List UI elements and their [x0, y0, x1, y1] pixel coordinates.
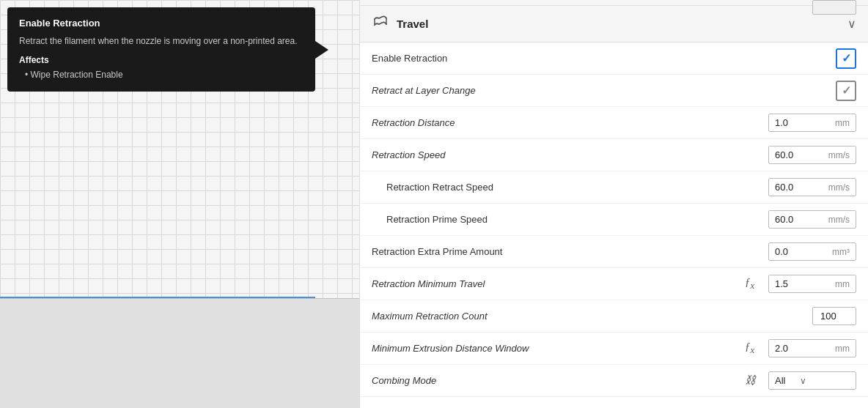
combing-mode-dropdown[interactable]: All ∨	[768, 371, 856, 390]
min-extrusion-unit: mm	[835, 341, 856, 357]
enable-retraction-label: Enable Retraction	[372, 53, 830, 64]
min-travel-input[interactable]: 1.5 mm	[768, 275, 856, 293]
setting-row-combing: Combing Mode ⛓ All ∨	[360, 365, 868, 397]
retraction-speed-input[interactable]: 60.0 mm/s	[768, 146, 856, 164]
retraction-distance-value: 1.0	[769, 114, 835, 131]
settings-list: Enable Retraction ✓ Retract at Layer Cha…	[360, 42, 868, 397]
chevron-down-icon: ∨	[847, 17, 856, 31]
extra-prime-value: 0.0	[769, 243, 832, 260]
min-travel-label: Retraction Minimum Travel	[372, 278, 739, 289]
combing-dropdown-arrow: ∨	[800, 376, 806, 386]
combing-mode-label: Combing Mode	[372, 375, 739, 386]
tooltip-affects-item: Wipe Retraction Enable	[19, 70, 304, 80]
setting-row-extra-prime: Retraction Extra Prime Amount 0.0 mm³	[360, 236, 868, 268]
extra-prime-unit: mm³	[832, 244, 856, 260]
tooltip-title: Enable Retraction	[19, 18, 304, 29]
extra-prime-input[interactable]: 0.0 mm³	[768, 242, 856, 261]
extra-prime-label: Retraction Extra Prime Amount	[372, 246, 762, 257]
max-retraction-input[interactable]: 100	[812, 307, 856, 325]
left-panel: Enable Retraction Retract the filament w…	[0, 0, 359, 408]
scroll-top-partial	[360, 0, 868, 6]
retraction-distance-unit: mm	[835, 115, 856, 131]
bed-surface	[0, 298, 359, 408]
retraction-speed-unit: mm/s	[828, 147, 856, 163]
retract-layer-checkbox[interactable]: ✓	[836, 81, 856, 101]
retraction-prime-speed-value: 60.0	[769, 211, 828, 228]
retraction-retract-speed-input[interactable]: 60.0 mm/s	[768, 178, 856, 196]
combing-mode-value: All	[775, 375, 785, 386]
tooltip-affects-label: Affects	[19, 55, 304, 65]
setting-row-retract-layer: Retract at Layer Change ✓	[360, 75, 868, 107]
retraction-speed-label: Retraction Speed	[372, 149, 762, 160]
check-icon: ✓	[842, 51, 851, 65]
fx-icon-min-travel: ƒx	[745, 276, 760, 292]
max-retraction-label: Maximum Retraction Count	[372, 311, 806, 322]
section-header-travel[interactable]: Travel ∨	[360, 6, 868, 42]
setting-row-retraction-distance: Retraction Distance 1.0 mm	[360, 107, 868, 139]
link-icon-combing: ⛓	[745, 374, 760, 387]
fx-icon-min-extrusion: ƒx	[745, 341, 760, 356]
setting-row-min-travel: Retraction Minimum Travel ƒx 1.5 mm	[360, 268, 868, 300]
retraction-retract-speed-value: 60.0	[769, 179, 828, 196]
setting-row-retraction-retract-speed: Retraction Retract Speed 60.0 mm/s	[360, 171, 868, 204]
check-icon: ✓	[842, 84, 851, 97]
retraction-prime-speed-label: Retraction Prime Speed	[386, 214, 762, 225]
setting-row-max-retraction: Maximum Retraction Count 100	[360, 300, 868, 333]
retraction-retract-speed-unit: mm/s	[828, 179, 856, 196]
tooltip-box: Enable Retraction Retract the filament w…	[7, 7, 315, 92]
bed-line	[0, 297, 315, 298]
setting-row-retraction-speed: Retraction Speed 60.0 mm/s	[360, 139, 868, 171]
retraction-prime-speed-input[interactable]: 60.0 mm/s	[768, 210, 856, 229]
setting-row-enable-retraction: Enable Retraction ✓	[360, 42, 868, 75]
retraction-distance-label: Retraction Distance	[372, 117, 762, 128]
retraction-speed-value: 60.0	[769, 146, 828, 163]
min-extrusion-label: Minimum Extrusion Distance Window	[372, 343, 739, 354]
right-panel: Travel ∨ Enable Retraction ✓ Retract at …	[359, 0, 868, 408]
retract-layer-label: Retract at Layer Change	[372, 85, 830, 96]
tooltip-description: Retract the filament when the nozzle is …	[19, 34, 304, 48]
travel-icon	[372, 13, 389, 34]
retraction-retract-speed-label: Retraction Retract Speed	[386, 182, 762, 193]
min-extrusion-input[interactable]: 2.0 mm	[768, 339, 856, 357]
partial-field	[812, 0, 856, 15]
section-title: Travel	[397, 18, 840, 30]
enable-retraction-checkbox[interactable]: ✓	[836, 48, 856, 69]
retraction-distance-input[interactable]: 1.0 mm	[768, 114, 856, 132]
retraction-prime-speed-unit: mm/s	[828, 212, 856, 228]
min-travel-value: 1.5	[769, 275, 835, 292]
min-extrusion-value: 2.0	[769, 340, 835, 357]
min-travel-unit: mm	[835, 276, 856, 292]
setting-row-min-extrusion: Minimum Extrusion Distance Window ƒx 2.0…	[360, 333, 868, 365]
setting-row-retraction-prime-speed: Retraction Prime Speed 60.0 mm/s	[360, 204, 868, 236]
